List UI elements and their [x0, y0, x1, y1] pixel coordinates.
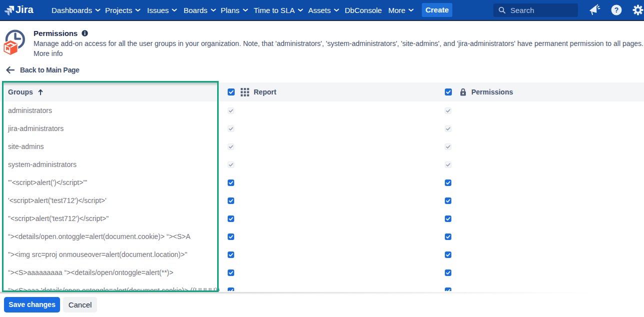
- svg-text:?: ?: [614, 6, 619, 14]
